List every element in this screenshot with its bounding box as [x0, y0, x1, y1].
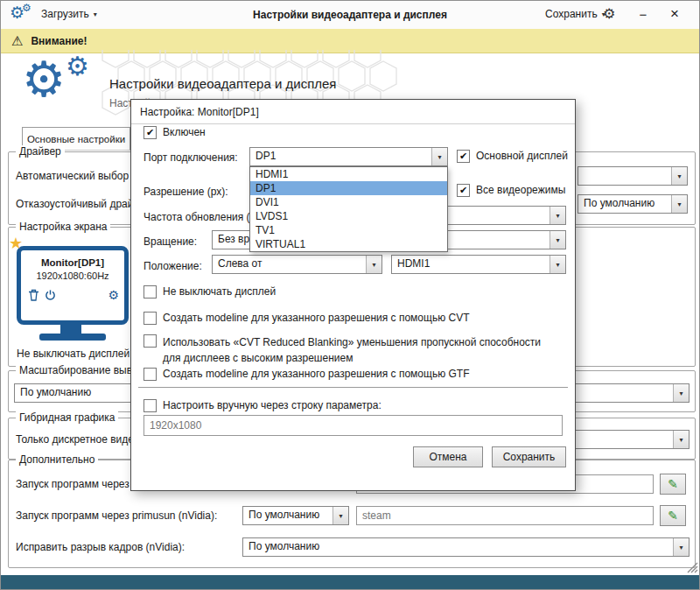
position-label: Положение: — [144, 260, 202, 272]
pencil-icon: ✎ — [668, 509, 678, 523]
chevron-down-icon: ▾ — [550, 207, 565, 224]
chevron-down-icon: ▾ — [671, 195, 687, 213]
titlebar: ⚙ ⚙ Загрузить ▾ Настройки видеоадаптера … — [1, 1, 699, 30]
warning-icon: ⚠ — [11, 33, 23, 49]
enabled-checkbox[interactable]: ✔ Включен — [144, 126, 206, 139]
app-window: ⚙ ⚙ Загрузить ▾ Настройки видеоадаптера … — [0, 0, 700, 590]
cvt-checkbox[interactable]: Создать modeline для указанного разрешен… — [144, 312, 470, 325]
checkbox-box — [144, 368, 157, 381]
logo-gear-icon: ⚙ — [22, 55, 66, 104]
port-option[interactable]: DVI1 — [250, 195, 447, 209]
chevron-down-icon: ▾ — [550, 231, 565, 249]
tearing-combo[interactable]: По умолчанию ▾ — [242, 537, 690, 557]
checkbox-box — [144, 334, 157, 348]
port-option[interactable]: LVDS1 — [250, 209, 447, 223]
cvt-rb-checkbox[interactable]: Использовать «CVT Reduced Blanking» умен… — [144, 334, 555, 366]
cancel-button[interactable]: Отмена — [413, 446, 483, 467]
checkbox-box — [144, 285, 157, 299]
monitor-widget[interactable]: Monitor[DP1] 1920x1080:60Hz ⚙ — [17, 246, 129, 325]
primary-display-label: Основной дисплей — [476, 150, 568, 163]
tab-label: Основные настройки — [27, 134, 125, 144]
warning-text: Внимание! — [31, 35, 87, 47]
keep-on-checkbox[interactable]: Не выключать дисплей — [144, 285, 276, 299]
chevron-down-icon: ▾ — [671, 167, 687, 185]
cvt-rb-label: Использовать «CVT Reduced Blanking» умен… — [163, 334, 555, 366]
checkbox-box: ✔ — [457, 184, 470, 197]
position-target-value: HDMI1 — [392, 256, 550, 273]
monitor-stand — [60, 325, 81, 334]
position-target-combo[interactable]: HDMI1 ▾ — [391, 255, 566, 274]
discrete-video-label: Только дискретное видео — [16, 433, 140, 446]
chevron-down-icon: ▾ — [366, 256, 382, 273]
checkbox-box — [144, 312, 157, 325]
checkbox-box: ✔ — [144, 126, 157, 139]
fallback-driver-combo[interactable]: По умолчанию ▾ — [578, 194, 688, 214]
screen-group-legend: Настройка экрана — [16, 221, 110, 233]
monitor-settings-gear-icon[interactable]: ⚙ — [108, 289, 119, 301]
manual-checkbox[interactable]: Настроить вручную через строку параметра… — [144, 399, 382, 412]
primus-mode-combo[interactable]: По умолчанию ▾ — [242, 506, 349, 525]
position-value: Слева от — [213, 256, 366, 273]
chevron-down-icon: ▾ — [673, 384, 689, 402]
extra-group-legend: Дополнительно — [16, 453, 98, 466]
resolution-label: Разрешение (px): — [144, 186, 228, 198]
gtf-label: Создать modeline для указанного разрешен… — [163, 368, 470, 381]
fallback-driver-value: По умолчанию — [578, 195, 671, 213]
port-combo[interactable]: DP1 ▾ — [249, 147, 448, 166]
chevron-down-icon: ▾ — [332, 507, 348, 524]
enabled-label: Включен — [163, 126, 206, 139]
port-label: Порт подключения: — [144, 151, 238, 164]
port-option[interactable]: VIRTUAL1 — [250, 237, 447, 251]
save-button[interactable]: Сохранить — [492, 446, 566, 467]
auto-driver-combo[interactable]: ▾ — [578, 166, 688, 186]
monitor-mode: 1920x1080:60Hz — [21, 270, 124, 281]
primary-display-checkbox[interactable]: ✔ Основной дисплей — [457, 150, 568, 163]
manual-param-input[interactable] — [144, 415, 563, 436]
port-option[interactable]: HDMI1 — [250, 167, 447, 181]
monitor-name: Monitor[DP1] — [21, 257, 124, 268]
position-combo[interactable]: Слева от ▾ — [212, 255, 382, 274]
dialog-title: Настройка: Monitor[DP1] — [131, 100, 575, 124]
primus-mode-value: По умолчанию — [243, 507, 332, 524]
minimize-button[interactable]: − — [633, 4, 654, 24]
settings-gear-button[interactable]: ⚙ — [603, 7, 615, 21]
optirun-edit-button[interactable]: ✎ — [660, 474, 686, 495]
keep-on-label: Не выключать дисплей — [163, 285, 276, 299]
port-value: DP1 — [250, 148, 431, 165]
check-icon: ✔ — [459, 186, 467, 195]
all-modes-checkbox[interactable]: ✔ Все видеорежимы — [457, 184, 565, 197]
save-menu-button[interactable]: Сохранить ▾ — [545, 8, 606, 20]
hybrid-group-legend: Гибридная графика — [16, 411, 118, 424]
checkbox-box — [144, 399, 157, 412]
tearing-value: По умолчанию — [243, 538, 673, 556]
page-title: Настройки видеоадаптера и дисплея — [109, 76, 336, 91]
port-option[interactable]: TV1 — [250, 223, 447, 237]
primary-star-icon: ★ — [9, 235, 23, 251]
cvt-label: Создать modeline для указанного разрешен… — [163, 312, 470, 325]
port-option-selected[interactable]: DP1 — [250, 181, 447, 195]
tearing-label: Исправить разрыв кадров (nVidia): — [16, 541, 185, 553]
rotation-label: Вращение: — [144, 235, 197, 248]
auto-driver-value — [578, 167, 671, 185]
all-modes-label: Все видеорежимы — [476, 184, 565, 197]
chevron-down-icon: ▾ — [431, 148, 447, 165]
primus-edit-button[interactable]: ✎ — [660, 505, 686, 526]
check-icon: ✔ — [459, 151, 467, 161]
footer-bar — [1, 575, 699, 590]
driver-group-legend: Драйвер — [16, 145, 65, 158]
chevron-down-icon: ▾ — [673, 538, 689, 556]
monitor-stand-base — [39, 334, 106, 341]
port-dropdown-list: HDMI1 DP1 DVI1 LVDS1 TV1 VIRTUAL1 — [249, 166, 448, 252]
logo-small-gear-icon: ⚙ — [66, 53, 89, 80]
manual-label: Настроить вручную через строку параметра… — [163, 399, 382, 412]
save-menu-label: Сохранить — [545, 8, 598, 20]
chevron-down-icon: ▾ — [673, 431, 689, 448]
resize-grip[interactable] — [683, 561, 698, 573]
delete-monitor-icon[interactable] — [28, 289, 39, 301]
pencil-icon: ✎ — [668, 477, 678, 491]
power-monitor-icon[interactable] — [45, 289, 56, 301]
gtf-checkbox[interactable]: Создать modeline для указанного разрешен… — [144, 368, 470, 381]
primus-input[interactable] — [356, 506, 654, 525]
close-button[interactable]: × — [664, 4, 685, 24]
monitor-settings-dialog: Настройка: Monitor[DP1] ✔ Включен Порт п… — [130, 99, 576, 491]
